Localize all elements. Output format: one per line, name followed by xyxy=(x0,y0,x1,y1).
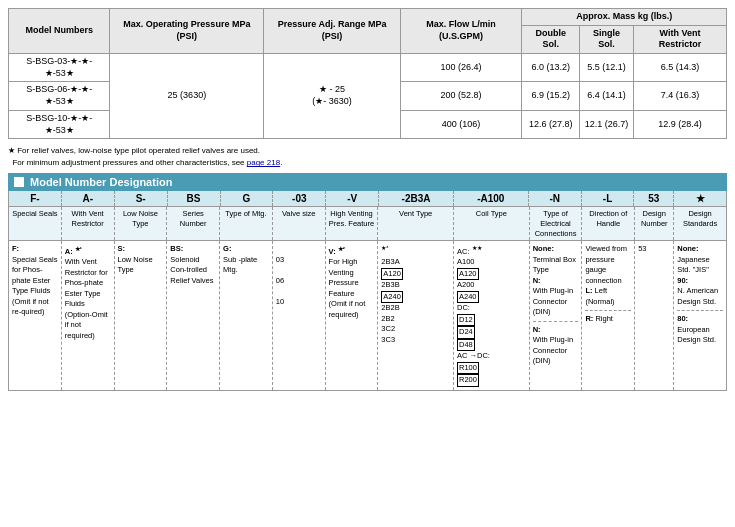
specs-table: Model Numbers Max. Operating Pressure MP… xyxy=(8,8,727,139)
col-maxop: Max. Operating Pressure MPa (PSI) xyxy=(110,9,264,54)
section-title: Model Number Designation xyxy=(8,173,727,191)
subh-a: With Vent Restrictor xyxy=(62,207,115,240)
col-single: Single Sol. xyxy=(579,25,633,53)
cell-model: S-BSG-06-★-★-★-53★ xyxy=(9,82,110,110)
cell-maxop: 25 (3630) xyxy=(110,54,264,139)
subh-a100: Coil Type xyxy=(454,207,530,240)
col-double: Double Sol. xyxy=(522,25,580,53)
subh-n: Type of Electrical Connections xyxy=(530,207,583,240)
cell-maxflow: 200 (52.8) xyxy=(400,82,522,110)
designation-subheader-row: Special Seals With Vent Restrictor Low N… xyxy=(9,207,726,241)
col-approxmass: Approx. Mass kg (lbs.) xyxy=(522,9,727,26)
desig-header-l: -L xyxy=(582,191,635,206)
subh-53: Design Number xyxy=(635,207,674,240)
body-star: None: Japanese Std. "JIS" 90: N. America… xyxy=(674,241,726,390)
subh-s: Low Noise Type xyxy=(115,207,168,240)
subh-l: Direction of Handle xyxy=(582,207,635,240)
col-vent: With Vent Restrictor xyxy=(634,25,727,53)
desig-header-v: -V xyxy=(326,191,379,206)
body-v: V: ★²For High Venting Pressure Feature (… xyxy=(326,241,379,390)
subh-star: Design Standards xyxy=(674,207,726,240)
cell-maxflow: 100 (26.4) xyxy=(400,54,522,82)
body-l: Viewed from pressure gauge connection L:… xyxy=(582,241,635,390)
cell-double: 12.6 (27.8) xyxy=(522,110,580,138)
subh-f: Special Seals xyxy=(9,207,62,240)
designation-body-row: F:Special Seals for Phos-phate Ester Typ… xyxy=(9,241,726,390)
designation-table: F- A- S- BS G -03 -V -2B3A -A100 -N -L 5… xyxy=(8,191,727,391)
cell-vent: 7.4 (16.3) xyxy=(634,82,727,110)
desig-header-g: G xyxy=(221,191,274,206)
body-g: G:Sub -plate Mtg. xyxy=(220,241,273,390)
body-a: A: ★¹With Vent Restrictor for Phos-phate… xyxy=(62,241,115,390)
cell-model: S-BSG-03-★-★-★-53★ xyxy=(9,54,110,82)
cell-double: 6.0 (13.2) xyxy=(522,54,580,82)
desig-header-a100: -A100 xyxy=(454,191,529,206)
desig-header-a: A- xyxy=(62,191,115,206)
footnote: ★ For relief valves, low-noise type pilo… xyxy=(8,145,727,169)
body-53: 53 xyxy=(635,241,674,390)
desig-header-bs: BS xyxy=(168,191,221,206)
body-n: None: Terminal Box Type N: With Plug-in … xyxy=(530,241,583,390)
cell-single: 5.5 (12.1) xyxy=(579,54,633,82)
subh-2b3a: Vent Type xyxy=(378,207,454,240)
body-2b3a: ★³ 2B3A A120 2B3B A240 2B2B 2B2 3C2 3C3 xyxy=(378,241,454,390)
cell-pressadj: ★ - 25(★- 3630) xyxy=(264,54,400,139)
desig-header-03: -03 xyxy=(273,191,326,206)
section-icon xyxy=(14,177,24,187)
designation-header-row: F- A- S- BS G -03 -V -2B3A -A100 -N -L 5… xyxy=(9,191,726,207)
desig-header-n: -N xyxy=(529,191,582,206)
desig-header-star: ★ xyxy=(674,191,726,206)
table-row: S-BSG-03-★-★-★-53★ 25 (3630) ★ - 25(★- 3… xyxy=(9,54,727,82)
cell-model: S-BSG-10-★-★-★-53★ xyxy=(9,110,110,138)
desig-header-53: 53 xyxy=(634,191,674,206)
body-f: F:Special Seals for Phos-phate Ester Typ… xyxy=(9,241,62,390)
col-model: Model Numbers xyxy=(9,9,110,54)
subh-03: Valve size xyxy=(273,207,326,240)
col-maxflow: Max. Flow L/min (U.S.GPM) xyxy=(400,9,522,54)
subh-bs: Series Number xyxy=(167,207,220,240)
section-label: Model Number Designation xyxy=(30,176,172,188)
cell-double: 6.9 (15.2) xyxy=(522,82,580,110)
desig-header-s: S- xyxy=(115,191,168,206)
subh-g: Type of Mtg. xyxy=(220,207,273,240)
desig-header-2b3a: -2B3A xyxy=(379,191,454,206)
desig-header-f: F- xyxy=(9,191,62,206)
cell-single: 6.4 (14.1) xyxy=(579,82,633,110)
subh-v: High Venting Pres. Feature xyxy=(326,207,379,240)
body-a100: AC: ★★ A100 A120 A200 A240 DC: D12 D24 D… xyxy=(454,241,530,390)
body-03: 030610 xyxy=(273,241,326,390)
cell-vent: 12.9 (28.4) xyxy=(634,110,727,138)
cell-vent: 6.5 (14.3) xyxy=(634,54,727,82)
body-bs: BS:Solenoid Con-trolled Relief Valves xyxy=(167,241,220,390)
cell-single: 12.1 (26.7) xyxy=(579,110,633,138)
col-pressadj: Pressure Adj. Range MPa (PSI) xyxy=(264,9,400,54)
body-s: S:Low Noise Type xyxy=(115,241,168,390)
cell-maxflow: 400 (106) xyxy=(400,110,522,138)
